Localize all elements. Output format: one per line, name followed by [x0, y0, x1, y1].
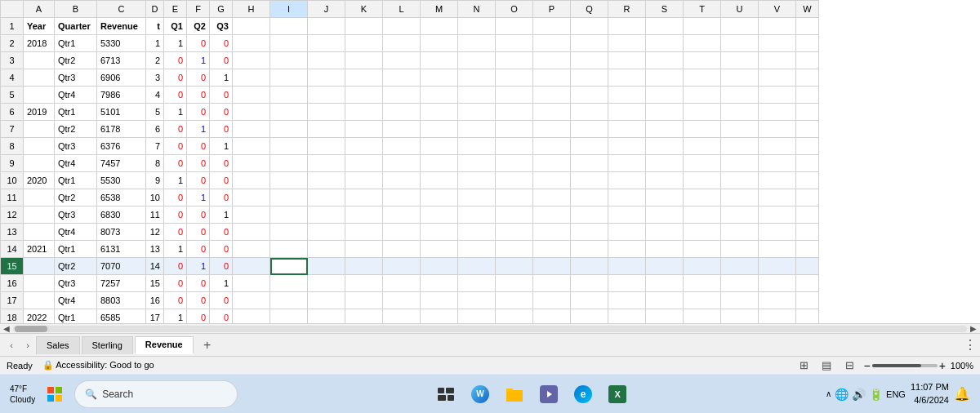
table-row[interactable]: 8Qtr363767001 — [1, 138, 819, 155]
cell-F18[interactable]: 0 — [187, 309, 210, 324]
cell-P18[interactable] — [533, 309, 571, 324]
cell-Q18[interactable] — [571, 309, 608, 324]
table-row[interactable]: 15Qtr2707014010 — [1, 258, 819, 275]
cell-N17[interactable] — [458, 292, 496, 309]
cell-L18[interactable] — [383, 309, 421, 324]
sheet-options-btn[interactable]: ⋮ — [964, 337, 977, 353]
edge-icon[interactable]: e — [568, 380, 598, 409]
cell-H12[interactable] — [233, 206, 270, 224]
cell-H16[interactable] — [233, 275, 270, 292]
row-number[interactable]: 17 — [1, 292, 24, 309]
cell-B2[interactable]: Qtr1 — [55, 35, 97, 52]
cell-G17[interactable]: 0 — [210, 292, 233, 309]
cell-W8[interactable] — [796, 138, 819, 155]
cell-W4[interactable] — [796, 69, 819, 87]
cell-Q8[interactable] — [571, 138, 608, 155]
cell-P2[interactable] — [533, 35, 571, 52]
cell-S14[interactable] — [646, 241, 684, 258]
scroll-right-btn[interactable]: ▶ — [970, 324, 977, 333]
cell-A3[interactable] — [24, 52, 55, 69]
cell-A11[interactable] — [24, 189, 55, 206]
col-header-w[interactable]: W — [796, 1, 819, 18]
cell-A13[interactable] — [24, 224, 55, 241]
cell-O3[interactable] — [496, 52, 533, 69]
cell-N9[interactable] — [458, 155, 496, 172]
cell-C2[interactable]: 5330 — [97, 35, 146, 52]
cell-A12[interactable] — [24, 206, 55, 224]
cell-O13[interactable] — [496, 224, 533, 241]
cell-S12[interactable] — [646, 206, 684, 224]
cell-K2[interactable] — [345, 35, 383, 52]
col-header-k[interactable]: K — [345, 1, 383, 18]
col-header-l[interactable]: L — [383, 1, 421, 18]
cell-J17[interactable] — [308, 292, 345, 309]
col-header-i[interactable]: I — [270, 1, 308, 18]
row-number[interactable]: 14 — [1, 241, 24, 258]
cell-T16[interactable] — [684, 275, 721, 292]
cell-M4[interactable] — [421, 69, 458, 87]
cell-D1[interactable]: t — [146, 18, 164, 35]
cell-K14[interactable] — [345, 241, 383, 258]
cell-G4[interactable]: 1 — [210, 69, 233, 87]
cell-P17[interactable] — [533, 292, 571, 309]
cell-I11[interactable] — [270, 189, 308, 206]
table-row[interactable]: 5Qtr479864000 — [1, 87, 819, 104]
cell-T13[interactable] — [684, 224, 721, 241]
cell-K4[interactable] — [345, 69, 383, 87]
cell-A10[interactable]: 2020 — [24, 172, 55, 189]
cell-S10[interactable] — [646, 172, 684, 189]
cell-P4[interactable] — [533, 69, 571, 87]
zoom-plus[interactable]: + — [939, 359, 946, 372]
cell-V14[interactable] — [759, 241, 796, 258]
zoom-minus[interactable]: − — [863, 359, 870, 372]
cell-B12[interactable]: Qtr3 — [55, 206, 97, 224]
cell-B17[interactable]: Qtr4 — [55, 292, 97, 309]
cell-K3[interactable] — [345, 52, 383, 69]
cell-S13[interactable] — [646, 224, 684, 241]
cell-C7[interactable]: 6178 — [97, 121, 146, 138]
cell-N8[interactable] — [458, 138, 496, 155]
cell-N6[interactable] — [458, 104, 496, 121]
cell-Q17[interactable] — [571, 292, 608, 309]
cell-K11[interactable] — [345, 189, 383, 206]
cell-I3[interactable] — [270, 52, 308, 69]
cell-K16[interactable] — [345, 275, 383, 292]
cell-G6[interactable]: 0 — [210, 104, 233, 121]
cell-W12[interactable] — [796, 206, 819, 224]
cell-L8[interactable] — [383, 138, 421, 155]
cell-M11[interactable] — [421, 189, 458, 206]
cell-M5[interactable] — [421, 87, 458, 104]
table-row[interactable]: 17Qtr4880316000 — [1, 292, 819, 309]
cell-O14[interactable] — [496, 241, 533, 258]
cell-O10[interactable] — [496, 172, 533, 189]
cell-U14[interactable] — [721, 241, 759, 258]
cell-D4[interactable]: 3 — [146, 69, 164, 87]
cell-I9[interactable] — [270, 155, 308, 172]
cell-W15[interactable] — [796, 258, 819, 275]
cell-U2[interactable] — [721, 35, 759, 52]
cell-M1[interactable] — [421, 18, 458, 35]
cell-T3[interactable] — [684, 52, 721, 69]
cell-H18[interactable] — [233, 309, 270, 324]
cell-E4[interactable]: 0 — [164, 69, 187, 87]
cell-R5[interactable] — [608, 87, 646, 104]
cell-B9[interactable]: Qtr4 — [55, 155, 97, 172]
cell-O6[interactable] — [496, 104, 533, 121]
cell-I13[interactable] — [270, 224, 308, 241]
cell-D8[interactable]: 7 — [146, 138, 164, 155]
tab-revenue[interactable]: Revenue — [135, 336, 194, 354]
cell-Q15[interactable] — [571, 258, 608, 275]
cell-R2[interactable] — [608, 35, 646, 52]
cell-D17[interactable]: 16 — [146, 292, 164, 309]
cell-E18[interactable]: 1 — [164, 309, 187, 324]
cell-V16[interactable] — [759, 275, 796, 292]
cell-M15[interactable] — [421, 258, 458, 275]
cell-A1[interactable]: Year — [24, 18, 55, 35]
cell-J11[interactable] — [308, 189, 345, 206]
cell-V10[interactable] — [759, 172, 796, 189]
cell-P14[interactable] — [533, 241, 571, 258]
cell-J2[interactable] — [308, 35, 345, 52]
row-number[interactable]: 11 — [1, 189, 24, 206]
cell-U18[interactable] — [721, 309, 759, 324]
cell-V4[interactable] — [759, 69, 796, 87]
